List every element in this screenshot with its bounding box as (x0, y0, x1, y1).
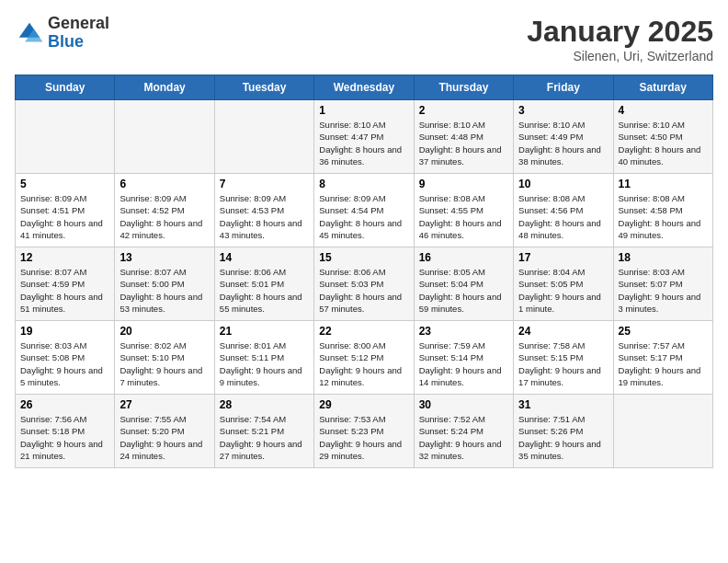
calendar-cell (214, 100, 313, 174)
day-number: 9 (419, 178, 508, 190)
calendar-cell: 24Sunrise: 7:58 AM Sunset: 5:15 PM Dayli… (514, 321, 613, 395)
calendar-cell: 10Sunrise: 8:08 AM Sunset: 4:56 PM Dayli… (514, 174, 613, 247)
day-info: Sunrise: 8:08 AM Sunset: 4:55 PM Dayligh… (419, 192, 508, 241)
calendar-table: SundayMondayTuesdayWednesdayThursdayFrid… (15, 75, 713, 468)
day-info: Sunrise: 8:09 AM Sunset: 4:54 PM Dayligh… (319, 192, 408, 241)
calendar-cell: 5Sunrise: 8:09 AM Sunset: 4:51 PM Daylig… (16, 174, 115, 247)
day-number: 24 (518, 325, 608, 338)
calendar-cell: 7Sunrise: 8:09 AM Sunset: 4:53 PM Daylig… (214, 174, 313, 247)
day-number: 23 (419, 325, 508, 338)
day-number: 16 (419, 251, 508, 264)
day-info: Sunrise: 7:59 AM Sunset: 5:14 PM Dayligh… (419, 339, 508, 388)
logo-blue-text: Blue (48, 33, 109, 52)
weekday-header-saturday: Saturday (613, 75, 712, 100)
day-number: 30 (419, 398, 508, 411)
calendar-cell: 2Sunrise: 8:10 AM Sunset: 4:48 PM Daylig… (414, 100, 513, 174)
day-info: Sunrise: 8:01 AM Sunset: 5:11 PM Dayligh… (220, 339, 309, 388)
weekday-header-wednesday: Wednesday (314, 75, 414, 100)
weekday-header-sunday: Sunday (16, 75, 115, 100)
day-info: Sunrise: 8:10 AM Sunset: 4:49 PM Dayligh… (518, 119, 608, 167)
day-info: Sunrise: 8:09 AM Sunset: 4:52 PM Dayligh… (119, 192, 209, 241)
day-number: 8 (319, 178, 408, 190)
day-number: 15 (319, 251, 408, 264)
week-row-4: 19Sunrise: 8:03 AM Sunset: 5:08 PM Dayli… (16, 321, 713, 395)
day-number: 10 (518, 178, 608, 190)
day-number: 22 (319, 325, 408, 338)
calendar-cell: 16Sunrise: 8:05 AM Sunset: 5:04 PM Dayli… (414, 247, 513, 321)
day-info: Sunrise: 8:09 AM Sunset: 4:51 PM Dayligh… (20, 192, 109, 241)
calendar-subtitle: Silenen, Uri, Switzerland (527, 49, 713, 63)
calendar-cell: 11Sunrise: 8:08 AM Sunset: 4:58 PM Dayli… (613, 174, 712, 247)
calendar-cell: 19Sunrise: 8:03 AM Sunset: 5:08 PM Dayli… (16, 321, 115, 395)
day-number: 17 (518, 251, 608, 264)
calendar-cell: 4Sunrise: 8:10 AM Sunset: 4:50 PM Daylig… (613, 100, 712, 174)
calendar-cell: 23Sunrise: 7:59 AM Sunset: 5:14 PM Dayli… (414, 321, 513, 395)
week-row-3: 12Sunrise: 8:07 AM Sunset: 4:59 PM Dayli… (16, 247, 713, 321)
day-info: Sunrise: 7:57 AM Sunset: 5:17 PM Dayligh… (619, 339, 708, 388)
calendar-cell: 25Sunrise: 7:57 AM Sunset: 5:17 PM Dayli… (613, 321, 712, 395)
calendar-cell: 21Sunrise: 8:01 AM Sunset: 5:11 PM Dayli… (214, 321, 313, 395)
weekday-header-thursday: Thursday (414, 75, 513, 100)
weekday-row: SundayMondayTuesdayWednesdayThursdayFrid… (16, 75, 713, 100)
day-info: Sunrise: 8:07 AM Sunset: 4:59 PM Dayligh… (20, 266, 109, 315)
day-number: 11 (619, 178, 708, 190)
day-info: Sunrise: 8:08 AM Sunset: 4:58 PM Dayligh… (619, 192, 708, 241)
calendar-title: January 2025 (527, 15, 713, 49)
calendar-cell: 26Sunrise: 7:56 AM Sunset: 5:18 PM Dayli… (16, 395, 115, 468)
day-info: Sunrise: 8:09 AM Sunset: 4:53 PM Dayligh… (220, 192, 309, 241)
day-info: Sunrise: 8:00 AM Sunset: 5:12 PM Dayligh… (319, 339, 408, 388)
calendar-cell: 29Sunrise: 7:53 AM Sunset: 5:23 PM Dayli… (314, 395, 414, 468)
title-block: January 2025 Silenen, Uri, Switzerland (527, 15, 713, 63)
day-info: Sunrise: 7:58 AM Sunset: 5:15 PM Dayligh… (518, 339, 608, 388)
day-info: Sunrise: 7:56 AM Sunset: 5:18 PM Dayligh… (20, 413, 109, 462)
calendar-cell: 15Sunrise: 8:06 AM Sunset: 5:03 PM Dayli… (314, 247, 414, 321)
day-info: Sunrise: 8:06 AM Sunset: 5:03 PM Dayligh… (319, 266, 408, 315)
day-info: Sunrise: 8:03 AM Sunset: 5:07 PM Dayligh… (619, 266, 708, 315)
calendar-cell (115, 100, 214, 174)
day-number: 6 (119, 178, 209, 190)
day-number: 18 (619, 251, 708, 264)
day-info: Sunrise: 7:51 AM Sunset: 5:26 PM Dayligh… (518, 413, 608, 462)
day-number: 28 (220, 398, 309, 411)
day-number: 29 (319, 398, 408, 411)
day-number: 14 (220, 251, 309, 264)
day-info: Sunrise: 7:52 AM Sunset: 5:24 PM Dayligh… (419, 413, 508, 462)
calendar-cell: 12Sunrise: 8:07 AM Sunset: 4:59 PM Dayli… (16, 247, 115, 321)
day-info: Sunrise: 7:54 AM Sunset: 5:21 PM Dayligh… (220, 413, 309, 462)
day-info: Sunrise: 8:10 AM Sunset: 4:50 PM Dayligh… (619, 119, 708, 167)
calendar-cell: 6Sunrise: 8:09 AM Sunset: 4:52 PM Daylig… (115, 174, 214, 247)
day-number: 19 (20, 325, 109, 338)
day-info: Sunrise: 7:55 AM Sunset: 5:20 PM Dayligh… (119, 413, 209, 462)
logo-general-text: General (48, 15, 109, 33)
day-number: 21 (220, 325, 309, 338)
day-number: 31 (518, 398, 608, 411)
week-row-2: 5Sunrise: 8:09 AM Sunset: 4:51 PM Daylig… (16, 174, 713, 247)
logo-icon (15, 18, 44, 48)
calendar-cell: 1Sunrise: 8:10 AM Sunset: 4:47 PM Daylig… (314, 100, 414, 174)
day-number: 1 (319, 104, 408, 117)
calendar-cell: 28Sunrise: 7:54 AM Sunset: 5:21 PM Dayli… (214, 395, 313, 468)
day-number: 26 (20, 398, 109, 411)
day-info: Sunrise: 8:10 AM Sunset: 4:48 PM Dayligh… (419, 119, 508, 167)
logo-text: General Blue (48, 15, 109, 52)
page-header: General Blue January 2025 Silenen, Uri, … (15, 15, 713, 63)
calendar-cell: 17Sunrise: 8:04 AM Sunset: 5:05 PM Dayli… (514, 247, 613, 321)
calendar-cell: 31Sunrise: 7:51 AM Sunset: 5:26 PM Dayli… (514, 395, 613, 468)
day-info: Sunrise: 8:05 AM Sunset: 5:04 PM Dayligh… (419, 266, 508, 315)
calendar-header: SundayMondayTuesdayWednesdayThursdayFrid… (16, 75, 713, 100)
calendar-cell: 8Sunrise: 8:09 AM Sunset: 4:54 PM Daylig… (314, 174, 414, 247)
calendar-cell: 20Sunrise: 8:02 AM Sunset: 5:10 PM Dayli… (115, 321, 214, 395)
day-number: 27 (119, 398, 209, 411)
day-number: 20 (119, 325, 209, 338)
calendar-cell (16, 100, 115, 174)
day-info: Sunrise: 8:02 AM Sunset: 5:10 PM Dayligh… (119, 339, 209, 388)
day-number: 12 (20, 251, 109, 264)
day-info: Sunrise: 8:06 AM Sunset: 5:01 PM Dayligh… (220, 266, 309, 315)
calendar-body: 1Sunrise: 8:10 AM Sunset: 4:47 PM Daylig… (16, 100, 713, 468)
day-info: Sunrise: 7:53 AM Sunset: 5:23 PM Dayligh… (319, 413, 408, 462)
calendar-cell (613, 395, 712, 468)
weekday-header-friday: Friday (514, 75, 613, 100)
calendar-cell: 22Sunrise: 8:00 AM Sunset: 5:12 PM Dayli… (314, 321, 414, 395)
day-number: 13 (119, 251, 209, 264)
day-number: 2 (419, 104, 508, 117)
